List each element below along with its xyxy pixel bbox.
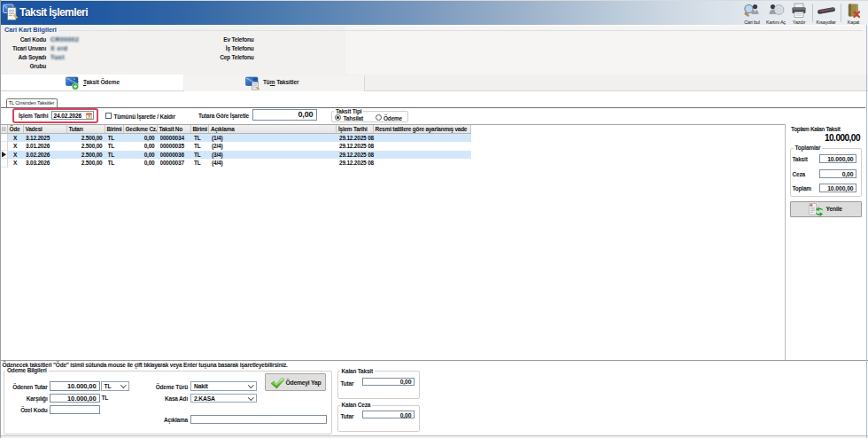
svg-text:?: ?	[88, 114, 90, 119]
